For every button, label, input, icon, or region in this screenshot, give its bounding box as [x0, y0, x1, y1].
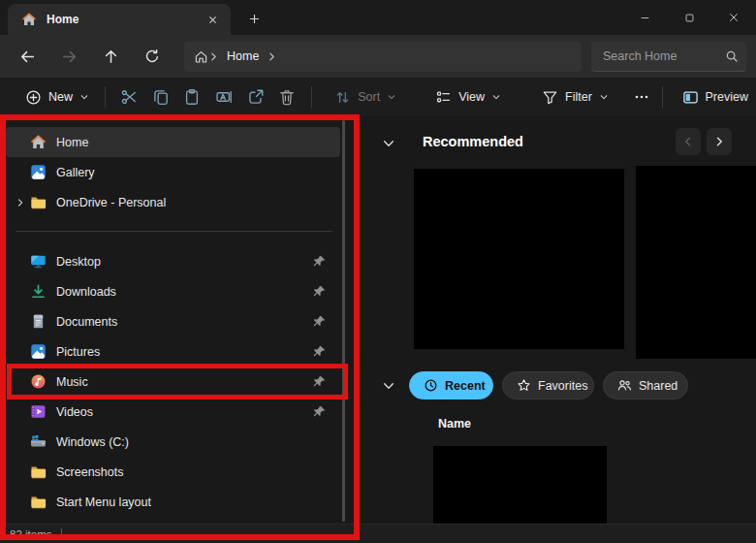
item-count: 82 items	[10, 528, 51, 540]
forward-button[interactable]	[53, 41, 84, 72]
minimize-button[interactable]	[622, 0, 667, 35]
preview-button[interactable]: Preview	[675, 84, 756, 111]
sidebar-item-label: Screenshots	[56, 465, 336, 479]
rename-button[interactable]	[208, 82, 240, 112]
copy-button[interactable]	[144, 82, 176, 112]
status-bar: 82 items	[0, 524, 756, 543]
view-button[interactable]: View	[427, 84, 509, 111]
navigation-pane: Home Gallery OneDrive - Personal Desk	[0, 116, 346, 524]
recommended-item-thumbnail[interactable]	[414, 169, 624, 349]
view-button-label: View	[458, 90, 485, 104]
clock-icon	[424, 378, 438, 393]
home-icon	[21, 12, 37, 27]
sidebar-item-label: Music	[56, 375, 312, 389]
pin-icon	[312, 404, 327, 419]
preview-button-label: Preview	[706, 90, 748, 104]
sidebar-separator	[16, 231, 332, 232]
folder-icon	[30, 463, 47, 480]
sidebar-item-label: Desktop	[56, 255, 312, 269]
sidebar-item-videos[interactable]: Videos	[6, 397, 340, 427]
sidebar-item-desktop[interactable]: Desktop	[6, 246, 340, 276]
recommended-section-title: Recommended	[423, 134, 523, 149]
sidebar-item-label: Pictures	[56, 345, 312, 359]
sort-button[interactable]: Sort	[327, 84, 404, 111]
file-explorer-window: Home	[0, 0, 756, 543]
recommended-collapse-chevron-icon[interactable]	[382, 137, 395, 150]
search-input[interactable]	[603, 49, 725, 63]
search-icon[interactable]	[725, 49, 739, 63]
people-icon	[617, 378, 632, 393]
filter-button[interactable]: Filter	[534, 84, 616, 111]
pin-icon	[312, 254, 327, 269]
sidebar-item-onedrive[interactable]: OneDrive - Personal	[6, 187, 340, 217]
up-button[interactable]	[95, 41, 126, 72]
sidebar-item-downloads[interactable]: Downloads	[6, 276, 340, 306]
videos-icon	[30, 403, 47, 420]
home-icon	[30, 134, 47, 150]
chevron-right-icon[interactable]	[267, 51, 277, 62]
cut-button[interactable]	[113, 82, 145, 112]
maximize-button[interactable]	[667, 0, 711, 35]
tab-home[interactable]: Home	[8, 4, 231, 35]
refresh-button[interactable]	[137, 41, 168, 72]
tab-recent[interactable]: Recent	[409, 371, 493, 399]
window-controls	[622, 0, 756, 35]
pin-icon	[312, 344, 327, 359]
sidebar-item-home[interactable]: Home	[6, 127, 340, 157]
recommended-next-button[interactable]	[707, 128, 732, 155]
more-options-button[interactable]	[630, 82, 654, 112]
sidebar-item-gallery[interactable]: Gallery	[6, 157, 340, 187]
sidebar-item-documents[interactable]: Documents	[6, 306, 340, 336]
navigation-bar: Home	[0, 35, 756, 78]
paste-button[interactable]	[176, 82, 208, 112]
toolbar-separator	[662, 86, 663, 108]
sort-button-label: Sort	[358, 90, 380, 104]
folder-icon	[30, 194, 47, 210]
recommended-prev-button[interactable]	[676, 128, 701, 155]
tab-favorites-label: Favorites	[538, 379, 587, 393]
sidebar-item-label: Gallery	[56, 166, 336, 179]
sidebar-item-start-menu-layout[interactable]: Start Menu layout	[6, 487, 340, 517]
pin-icon	[312, 314, 327, 329]
tab-favorites[interactable]: Favorites	[502, 371, 594, 399]
sidebar-item-music[interactable]: Music	[6, 367, 340, 397]
title-bar: Home	[0, 0, 756, 35]
sidebar-item-label: Downloads	[56, 285, 312, 299]
tab-shared-label: Shared	[639, 379, 677, 393]
documents-icon	[30, 313, 47, 330]
pin-icon	[312, 374, 327, 389]
sidebar-item-windows-c[interactable]: Windows (C:)	[6, 427, 340, 457]
recent-item-thumbnail[interactable]	[433, 446, 607, 524]
music-icon	[30, 373, 47, 390]
close-button[interactable]	[711, 0, 756, 35]
sidebar-item-label: Home	[56, 136, 336, 149]
breadcrumb-home-icon[interactable]	[194, 49, 208, 64]
expand-chevron-icon[interactable]	[10, 198, 30, 208]
sidebar-item-label: Videos	[56, 405, 312, 419]
recommended-item-thumbnail[interactable]	[636, 166, 756, 359]
recent-collapse-chevron-icon[interactable]	[382, 379, 395, 393]
toolbar-separator	[105, 86, 106, 108]
desktop-icon	[30, 253, 47, 270]
sidebar-item-pictures[interactable]: Pictures	[6, 336, 340, 367]
sidebar-item-label: Windows (C:)	[56, 435, 336, 449]
column-header-name[interactable]: Name	[438, 417, 471, 431]
share-button[interactable]	[239, 82, 271, 112]
delete-button[interactable]	[271, 82, 303, 112]
new-button-label: New	[48, 90, 73, 104]
search-box[interactable]	[591, 42, 746, 72]
star-icon	[517, 378, 531, 393]
breadcrumb[interactable]: Home	[184, 42, 582, 72]
new-tab-button[interactable]	[240, 6, 268, 31]
sidebar-item-label: Documents	[56, 315, 312, 329]
toolbar-separator	[311, 86, 312, 108]
back-button[interactable]	[12, 41, 43, 72]
tab-shared[interactable]: Shared	[603, 371, 688, 399]
breadcrumb-item-home[interactable]: Home	[227, 49, 259, 63]
sidebar-item-screenshots[interactable]: Screenshots	[6, 457, 340, 487]
new-button[interactable]: New	[17, 84, 97, 111]
downloads-icon	[30, 283, 47, 300]
tab-close-icon[interactable]	[202, 9, 223, 30]
folder-icon	[30, 494, 47, 510]
status-divider	[61, 528, 62, 540]
